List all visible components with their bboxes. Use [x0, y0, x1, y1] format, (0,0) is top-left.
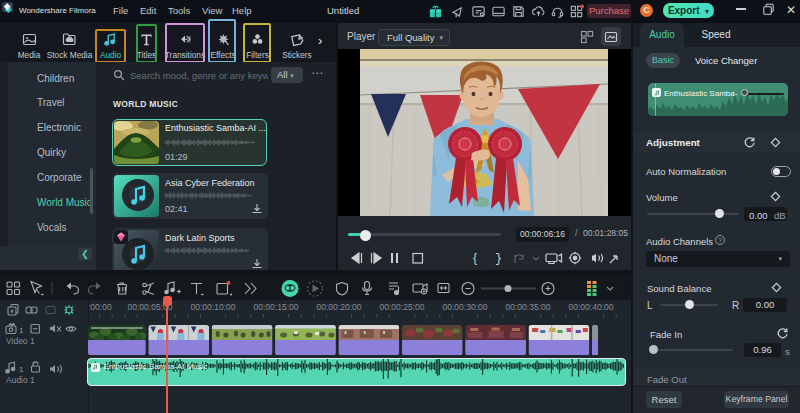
svg-text:1: 1 — [19, 326, 24, 335]
svg-text:{: { — [473, 251, 477, 265]
svg-text:Video 1: Video 1 — [6, 336, 35, 346]
svg-text:}: } — [495, 252, 502, 265]
svg-text:1: 1 — [19, 365, 24, 374]
svg-text:Audio 1: Audio 1 — [6, 375, 35, 385]
